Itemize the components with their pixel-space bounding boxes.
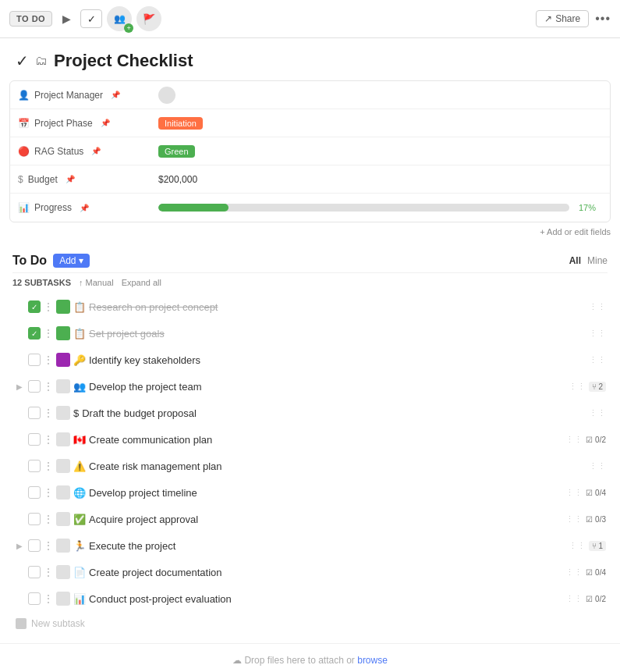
more-button[interactable]: ••• xyxy=(595,12,611,26)
pin-icon-1[interactable]: 📌 xyxy=(101,119,110,127)
subtasks-bar: 12 SUBTASKS ↑ Manual Expand all xyxy=(12,272,608,290)
task-dots-4[interactable]: ⋮ xyxy=(44,381,53,392)
initiation-badge: Initiation xyxy=(158,117,203,130)
browse-link[interactable]: browse xyxy=(357,655,388,666)
task-checkbox-4[interactable] xyxy=(28,380,41,393)
task-checkbox-11[interactable] xyxy=(28,566,41,578)
field-row-project-phase: 📅 Project Phase 📌 Initiation xyxy=(10,109,610,137)
task-label-10[interactable]: Execute the project xyxy=(89,540,565,552)
task-label-12[interactable]: Conduct post-project evaluation xyxy=(89,593,562,605)
progress-fill xyxy=(158,204,229,212)
task-drag-8[interactable]: ⋮⋮ xyxy=(565,488,583,498)
pin-icon-3[interactable]: 📌 xyxy=(66,175,75,183)
task-dots-2[interactable]: ⋮ xyxy=(44,328,53,339)
progress-percent: 17% xyxy=(579,203,602,212)
task-label-5[interactable]: Draft the budget proposal xyxy=(82,407,586,419)
task-checkbox-7[interactable] xyxy=(28,460,41,472)
task-dots-5[interactable]: ⋮ xyxy=(44,407,53,418)
task-checkbox-6[interactable] xyxy=(28,433,41,446)
field-value-project-manager[interactable] xyxy=(158,87,602,104)
avatar-group-icon[interactable]: 👥 xyxy=(107,6,132,31)
field-value-budget[interactable]: $200,000 xyxy=(158,174,602,185)
add-button[interactable]: Add ▾ xyxy=(53,254,89,268)
task-dots-9[interactable]: ⋮ xyxy=(44,514,53,524)
expand-all-button[interactable]: Expand all xyxy=(122,278,161,287)
task-item-9: ⋮✅Acquire project approval⋮⋮☑ 0/3 xyxy=(12,506,608,532)
todo-title: To Do xyxy=(12,254,47,268)
field-value-rag-status[interactable]: Green xyxy=(158,145,602,158)
subtask-badge-10: ⑂ 1 xyxy=(589,541,606,551)
field-row-progress: 📊 Progress 📌 17% xyxy=(10,194,610,222)
task-dots-8[interactable]: ⋮ xyxy=(44,487,53,498)
task-label-8[interactable]: Develop project timeline xyxy=(89,487,562,499)
task-avatar-12 xyxy=(56,592,70,606)
pin-icon-2[interactable]: 📌 xyxy=(91,147,101,155)
sort-button[interactable]: ↑ Manual xyxy=(79,278,114,287)
task-checkbox-12[interactable] xyxy=(28,592,41,605)
pin-icon-4[interactable]: 📌 xyxy=(80,204,89,212)
person-icon: 👤 xyxy=(18,90,30,101)
arrow-icon[interactable]: ▶ xyxy=(57,9,76,28)
task-avatar-1 xyxy=(56,300,70,314)
task-label-1[interactable]: Research on project concept xyxy=(89,301,586,313)
field-label-project-manager: 👤 Project Manager 📌 xyxy=(18,90,158,101)
task-checkbox-10[interactable] xyxy=(28,539,41,552)
filter-mine[interactable]: Mine xyxy=(587,255,608,266)
add-edit-fields[interactable]: + Add or edit fields xyxy=(0,222,620,241)
filter-all[interactable]: All xyxy=(569,255,581,266)
task-drag-3[interactable]: ⋮⋮ xyxy=(589,355,606,365)
subtask-badge-4: ⑂ 2 xyxy=(589,382,606,392)
task-avatar-11 xyxy=(56,565,70,579)
task-checkbox-8[interactable] xyxy=(28,486,41,499)
task-dots-7[interactable]: ⋮ xyxy=(44,460,53,471)
todo-badge[interactable]: TO DO xyxy=(9,11,52,27)
flag-icon[interactable]: 🚩 xyxy=(136,6,161,31)
task-drag-5[interactable]: ⋮⋮ xyxy=(589,408,606,418)
task-label-6[interactable]: Create communication plan xyxy=(89,434,562,446)
expand-arrow-4[interactable]: ▶ xyxy=(14,382,25,391)
task-drag-6[interactable]: ⋮⋮ xyxy=(565,435,583,445)
field-value-project-phase[interactable]: Initiation xyxy=(158,117,602,130)
task-item-8: ⋮🌐Develop project timeline⋮⋮☑ 0/4 xyxy=(12,479,608,506)
task-drag-9[interactable]: ⋮⋮ xyxy=(565,514,583,524)
task-label-3[interactable]: Identify key stakeholders xyxy=(89,354,586,366)
new-subtask-row[interactable]: New subtask xyxy=(12,612,608,635)
task-drag-2[interactable]: ⋮⋮ xyxy=(589,329,606,339)
task-drag-4[interactable]: ⋮⋮ xyxy=(569,382,586,392)
task-dots-3[interactable]: ⋮ xyxy=(44,354,53,365)
task-dots-1[interactable]: ⋮ xyxy=(44,301,53,312)
green-badge: Green xyxy=(158,145,195,158)
task-emoji-6: 🇨🇦 xyxy=(73,434,86,446)
task-emoji-11: 📄 xyxy=(73,567,86,578)
task-drag-10[interactable]: ⋮⋮ xyxy=(569,541,586,551)
task-dots-12[interactable]: ⋮ xyxy=(44,593,53,604)
task-dots-10[interactable]: ⋮ xyxy=(44,540,53,551)
task-dots-6[interactable]: ⋮ xyxy=(44,434,53,445)
task-label-11[interactable]: Create project documentation xyxy=(89,567,562,578)
task-drag-12[interactable]: ⋮⋮ xyxy=(565,594,583,604)
task-checkbox-1[interactable]: ✓ xyxy=(28,300,41,313)
task-checkbox-9[interactable] xyxy=(28,513,41,525)
task-item-12: ⋮📊Conduct post-project evaluation⋮⋮☑ 0/2 xyxy=(12,585,608,612)
task-label-2[interactable]: Set project goals xyxy=(89,328,586,340)
task-dots-11[interactable]: ⋮ xyxy=(44,567,53,578)
task-drag-7[interactable]: ⋮⋮ xyxy=(589,461,606,471)
task-drag-1[interactable]: ⋮⋮ xyxy=(589,302,606,312)
task-checkbox-2[interactable]: ✓ xyxy=(28,327,41,340)
task-checkbox-3[interactable] xyxy=(28,354,41,366)
share-button[interactable]: ↗ Share xyxy=(536,10,589,27)
title-check-icon: ✓ xyxy=(16,52,29,70)
task-label-7[interactable]: Create risk management plan xyxy=(89,460,586,472)
expand-arrow-10[interactable]: ▶ xyxy=(14,542,25,550)
field-label-budget: $ Budget 📌 xyxy=(18,174,158,185)
top-bar: TO DO ▶ ✓ 👥 🚩 ↗ Share ••• xyxy=(0,0,620,38)
task-checkbox-5[interactable] xyxy=(28,407,41,419)
check-icon[interactable]: ✓ xyxy=(80,9,102,28)
task-avatar-5 xyxy=(56,406,70,420)
task-label-9[interactable]: Acquire project approval xyxy=(89,514,562,525)
task-drag-11[interactable]: ⋮⋮ xyxy=(565,567,583,578)
task-label-4[interactable]: Develop the project team xyxy=(89,381,565,393)
task-emoji-3: 🔑 xyxy=(73,354,86,366)
task-item-4: ▶⋮👥Develop the project team⋮⋮⑂ 2 xyxy=(12,373,608,400)
pin-icon-0[interactable]: 📌 xyxy=(111,91,120,99)
